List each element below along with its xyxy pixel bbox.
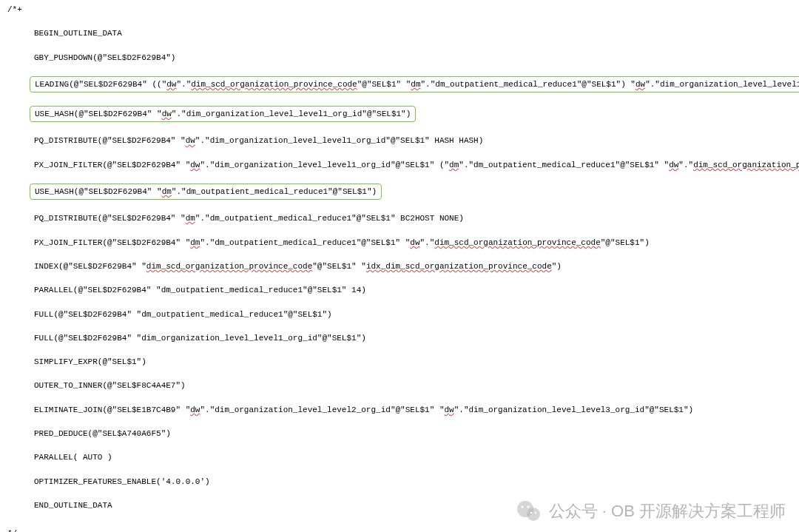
optimizer-features: OPTIMIZER_FEATURES_ENABLE('4.0.0.0') xyxy=(7,477,792,487)
full-hint-2: FULL(@"SEL$D2F629B4" "dim_organization_l… xyxy=(7,333,792,343)
use-hash-1: USE_HASH(@"SEL$D2F629B4" "dw"."dim_organ… xyxy=(34,106,792,122)
end-outline: END_OUTLINE_DATA xyxy=(7,500,792,511)
pred-deduce: PRED_DEDUCE(@"SEL$A740A6F5") xyxy=(7,428,792,439)
pq-distribute-1: PQ_DISTRIBUTE(@"SEL$D2F629B4" "dw"."dim_… xyxy=(7,135,792,146)
gby-pushdown: GBY_PUSHDOWN(@"SEL$D2F629B4") xyxy=(7,53,792,63)
parallel-auto: PARALLEL( AUTO ) xyxy=(7,452,792,462)
index-hint: INDEX(@"SEL$D2F629B4" "dim_scd_organizat… xyxy=(7,261,792,272)
simplify-expr: SIMPLIFY_EXPR(@"SEL$1") xyxy=(7,357,792,367)
comment-open: /*+ xyxy=(7,4,792,15)
parallel-hint: PARALLEL(@"SEL$D2F629B4" "dm_outpatient_… xyxy=(7,285,792,295)
use-hash-2: USE_HASH(@"SEL$D2F629B4" "dm"."dm_outpat… xyxy=(34,183,792,200)
full-hint-1: FULL(@"SEL$D2F629B4" "dm_outpatient_medi… xyxy=(7,309,792,320)
px-join-filter-1: PX_JOIN_FILTER(@"SEL$D2F629B4" "dw"."dim… xyxy=(7,160,792,170)
px-join-filter-2: PX_JOIN_FILTER(@"SEL$D2F629B4" "dm"."dm_… xyxy=(7,238,792,248)
eliminate-join: ELIMINATE_JOIN(@"SEL$E1B7C4B9" "dw"."dim… xyxy=(7,405,792,415)
begin-outline: BEGIN_OUTLINE_DATA xyxy=(7,28,792,38)
leading-hint: LEADING(@"SEL$D2F629B4" (("dw"."dim_scd_… xyxy=(34,76,792,92)
pq-distribute-2: PQ_DISTRIBUTE(@"SEL$D2F629B4" "dm"."dm_o… xyxy=(7,213,792,223)
outer-to-inner: OUTER_TO_INNER(@"SEL$F8C4A4E7") xyxy=(7,380,792,391)
comment-close: */ xyxy=(7,528,792,532)
